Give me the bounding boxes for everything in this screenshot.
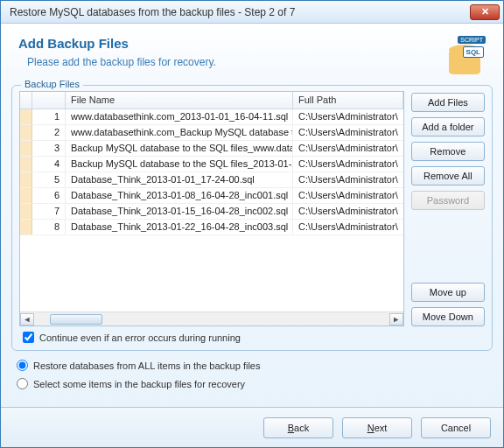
fullpath-header[interactable]: Full Path [293, 92, 403, 108]
row-fullpath: C:\Users\Administrator\ [293, 220, 403, 234]
row-fullpath: C:\Users\Administrator\ [293, 141, 403, 156]
restore-mode-radios: Restore databases from ALL items in the … [11, 351, 493, 400]
row-gap [20, 204, 32, 219]
row-fullpath: C:\Users\Administrator\ [293, 204, 403, 219]
password-button: Password [411, 191, 485, 210]
table-row[interactable]: 1www.databasethink.com_2013-01-01_16-04-… [20, 109, 403, 125]
table-row[interactable]: 5Database_Think_2013-01-01_17-24-00.sqlC… [20, 172, 403, 188]
row-filename: Backup MySQL database to the SQL files_2… [66, 157, 293, 172]
row-selector-header [20, 92, 32, 108]
page-subtitle: Please add the backup files for recovery… [18, 56, 447, 68]
sql-icon: SCRIPT SQL [447, 36, 486, 74]
table-row[interactable]: 7Database_Think_2013-01-15_16-04-28_inc0… [20, 204, 403, 220]
dialog-window: Restore MySQL databases from the backup … [0, 0, 504, 448]
filename-header[interactable]: File Name [66, 92, 293, 108]
next-label-rest: ext [374, 423, 388, 433]
row-number: 6 [32, 188, 66, 203]
files-table[interactable]: File Name Full Path 1www.databasethink.c… [19, 91, 404, 326]
remove-all-button[interactable]: Remove All [411, 166, 485, 186]
backup-files-group: Backup Files File Name Full Path 1www.da… [11, 85, 493, 351]
row-fullpath: C:\Users\Administrator\ [293, 172, 403, 187]
row-fullpath: C:\Users\Administrator\ [293, 109, 403, 124]
row-fullpath: C:\Users\Administrator\ [293, 125, 403, 140]
row-gap [20, 141, 32, 156]
row-filename: Backup MySQL database to the SQL files_w… [66, 141, 293, 156]
row-number: 4 [32, 157, 66, 172]
row-filename: www.databasethink.com_2013-01-01_16-04-1… [66, 109, 293, 124]
radio-all-label: Restore databases from ALL items in the … [33, 360, 260, 371]
row-number-header [32, 92, 66, 108]
titlebar[interactable]: Restore MySQL databases from the backup … [1, 1, 503, 24]
move-down-button[interactable]: Move Down [411, 307, 485, 326]
wizard-footer: Back Next Cancel [1, 407, 503, 447]
radio-some-label: Select some items in the backup files fo… [33, 379, 245, 389]
row-gap [20, 125, 32, 140]
row-filename: Database_Think_2013-01-15_16-04-28_inc00… [66, 204, 293, 219]
table-row[interactable]: 6Database_Think_2013-01-08_16-04-28_inc0… [20, 188, 403, 204]
table-row[interactable]: 2www.databasethink.com_Backup MySQL data… [20, 125, 403, 141]
cancel-button[interactable]: Cancel [421, 417, 491, 438]
back-button[interactable]: Back [263, 417, 333, 438]
row-gap [20, 172, 32, 187]
row-filename: Database_Think_2013-01-22_16-04-28_inc00… [66, 220, 293, 234]
row-number: 3 [32, 141, 66, 156]
table-row[interactable]: 3Backup MySQL database to the SQL files_… [20, 141, 403, 157]
row-gap [20, 220, 32, 234]
scroll-right-icon[interactable]: ► [389, 313, 403, 326]
row-number: 2 [32, 125, 66, 140]
radio-some-input[interactable] [17, 378, 28, 389]
continue-checkbox-input[interactable] [23, 332, 34, 343]
row-gap [20, 157, 32, 172]
radio-restore-all[interactable]: Restore databases from ALL items in the … [17, 360, 487, 371]
scroll-thumb[interactable] [50, 314, 102, 325]
continue-checkbox-label: Continue even if an error occurs during … [39, 332, 241, 343]
row-gap [20, 109, 32, 124]
row-number: 5 [32, 172, 66, 187]
row-number: 8 [32, 220, 66, 234]
add-folder-button[interactable]: Add a folder [411, 117, 485, 136]
row-fullpath: C:\Users\Administrator\ [293, 188, 403, 203]
page-title: Add Backup Files [18, 36, 447, 51]
window-title: Restore MySQL databases from the backup … [4, 6, 470, 18]
radio-restore-some[interactable]: Select some items in the backup files fo… [17, 378, 487, 389]
row-number: 7 [32, 204, 66, 219]
horizontal-scrollbar[interactable]: ◄ ► [20, 312, 403, 326]
group-label: Backup Files [21, 79, 83, 89]
row-filename: www.databasethink.com_Backup MySQL datab… [66, 125, 293, 140]
content-area: Backup Files File Name Full Path 1www.da… [1, 83, 503, 407]
table-row[interactable]: 4Backup MySQL database to the SQL files_… [20, 157, 403, 172]
continue-on-error-checkbox[interactable]: Continue even if an error occurs during … [19, 332, 485, 343]
scroll-track[interactable] [34, 313, 389, 326]
row-filename: Database_Think_2013-01-08_16-04-28_inc00… [66, 188, 293, 203]
remove-button[interactable]: Remove [411, 142, 485, 161]
scroll-left-icon[interactable]: ◄ [20, 313, 34, 326]
add-files-button[interactable]: Add Files [411, 93, 485, 112]
table-row[interactable]: 8Database_Think_2013-01-22_16-04-28_inc0… [20, 220, 403, 235]
row-filename: Database_Think_2013-01-01_17-24-00.sql [66, 172, 293, 187]
row-number: 1 [32, 109, 66, 124]
move-up-button[interactable]: Move up [411, 283, 485, 302]
radio-all-input[interactable] [17, 360, 28, 371]
close-button[interactable]: ✕ [470, 4, 500, 20]
side-buttons: Add Files Add a folder Remove Remove All… [411, 91, 485, 326]
next-button[interactable]: Next [342, 417, 412, 438]
wizard-header: Add Backup Files Please add the backup f… [1, 24, 503, 83]
table-header: File Name Full Path [20, 92, 403, 109]
back-label-rest: ack [294, 423, 309, 433]
table-body: 1www.databasethink.com_2013-01-01_16-04-… [20, 109, 403, 312]
row-fullpath: C:\Users\Administrator\ [293, 157, 403, 172]
row-gap [20, 188, 32, 203]
